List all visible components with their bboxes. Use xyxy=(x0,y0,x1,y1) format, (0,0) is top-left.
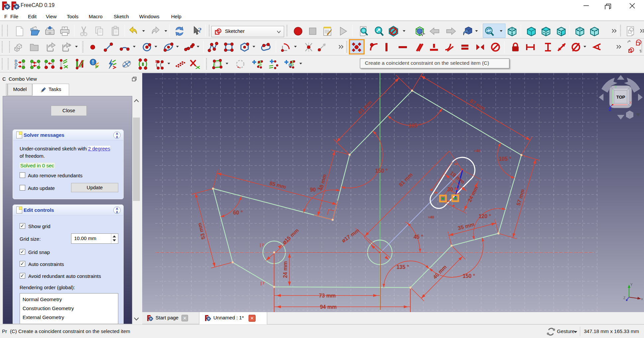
svg-text:⋈: ⋈ xyxy=(447,200,450,203)
svg-text:Z: Z xyxy=(623,296,625,300)
svg-text:TOP: TOP xyxy=(616,95,625,100)
svg-text:X: X xyxy=(629,101,632,105)
svg-text:120 °: 120 ° xyxy=(479,213,491,219)
svg-text:F: F xyxy=(15,66,17,70)
svg-text:7: 7 xyxy=(262,243,264,247)
svg-text:≡40: ≡40 xyxy=(428,215,434,219)
svg-text:105 °: 105 ° xyxy=(499,156,511,162)
svg-text:24 mm: 24 mm xyxy=(282,261,288,278)
svg-text:X: X xyxy=(641,297,643,301)
svg-text:150 °: 150 ° xyxy=(463,273,475,279)
svg-text:⋈: ⋈ xyxy=(435,191,438,194)
svg-text:90 °: 90 ° xyxy=(310,187,320,193)
svg-text:135 °: 135 ° xyxy=(396,264,409,270)
svg-text:⋈: ⋈ xyxy=(455,187,458,191)
svg-text:105 °: 105 ° xyxy=(408,123,421,128)
svg-text:7: 7 xyxy=(263,281,265,285)
svg-text:94 mm: 94 mm xyxy=(320,304,337,310)
svg-text:?: ? xyxy=(198,26,202,34)
svg-text:Y: Y xyxy=(614,85,617,89)
svg-text:60 °: 60 ° xyxy=(233,210,243,215)
svg-text:150 °: 150 ° xyxy=(375,168,388,174)
svg-text:≡40: ≡40 xyxy=(474,149,481,153)
svg-text:Y: Y xyxy=(630,283,633,287)
svg-text:⋈: ⋈ xyxy=(455,162,458,166)
svg-text:|: | xyxy=(261,281,262,286)
svg-text:73 mm: 73 mm xyxy=(319,293,336,298)
svg-text:45 °: 45 ° xyxy=(414,234,423,240)
svg-text:!: ! xyxy=(92,59,94,65)
svg-text:|: | xyxy=(260,242,261,247)
